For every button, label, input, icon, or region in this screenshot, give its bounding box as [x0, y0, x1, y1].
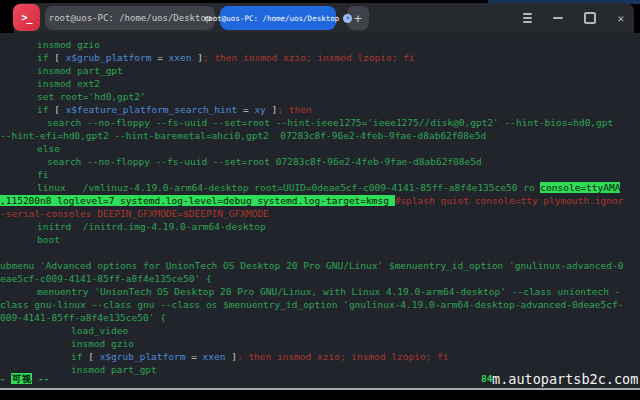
- terminal-line: class gnu-linux --class gnu --class os $…: [0, 298, 640, 311]
- terminal-line: insmod part_gpt: [0, 64, 640, 77]
- terminal-line: insmod gzio: [0, 38, 640, 51]
- tab-active[interactable]: root@uos-PC: /home/uos/Desktop ×: [220, 6, 336, 30]
- terminal-line: search --no-floppy --fs-uuid --set=root …: [0, 116, 640, 129]
- vim-ruler-fragment: 84: [481, 373, 492, 384]
- tab-bar: root@uos-PC: /home/uos/Desktop root@uos-…: [45, 3, 369, 33]
- terminal-line: menuentry 'UnionTech OS Desktop 20 Pro G…: [0, 285, 640, 298]
- tab-inactive-label: root@uos-PC: /home/uos/Desktop: [49, 13, 212, 23]
- terminal-line: if [ x$grub_platform = xxen ]; then insm…: [0, 350, 640, 363]
- window-bottom-edge: [0, 388, 640, 390]
- vim-mode-indicator: -- 可视 --: [0, 372, 49, 385]
- terminal-line: if [ x$grub_platform = xxen ]; then insm…: [0, 51, 640, 64]
- terminal-line: -serial-consoles DEEPIN_GFXMODE=$DEEPIN_…: [0, 207, 640, 220]
- terminal-line: eae5cf-c009-4141-85ff-a8f4e135ce50' {: [0, 272, 640, 285]
- terminal-line: ,115200n8 loglevel=7 systemd.log-level=d…: [0, 194, 640, 207]
- terminal-lines: insmod gzioif [ x$grub_platform = xxen ]…: [0, 33, 640, 376]
- titlebar: >_ root@uos-PC: /home/uos/Desktop root@u…: [14, 3, 634, 33]
- terminal-line: linux /vmlinuz-4.19.0-arm64-desktop root…: [0, 181, 640, 194]
- terminal-line: --hint-efi=hd0,gpt2 --hint-baremetal=ahc…: [0, 129, 640, 142]
- maximize-button[interactable]: [584, 12, 596, 24]
- tab-active-label: root@uos-PC: /home/uos/Desktop: [204, 14, 339, 23]
- terminal-line: initrd /initrd.img-4.19.0-arm64-desktop: [0, 220, 640, 233]
- minimize-button[interactable]: [553, 17, 563, 19]
- terminal-line: search --no-floppy --fs-uuid --set=root …: [0, 155, 640, 168]
- terminal-line: insmod ext2: [0, 77, 640, 90]
- terminal-line: boot: [0, 233, 640, 246]
- close-button[interactable]: ✕: [617, 13, 624, 24]
- window-controls: ✕: [523, 12, 634, 24]
- terminal-line: if [ x$feature_platform_search_hint = xy…: [0, 103, 640, 116]
- terminal-line: fi: [0, 168, 640, 181]
- terminal-app-icon: >_: [13, 4, 40, 31]
- tab-inactive[interactable]: root@uos-PC: /home/uos/Desktop: [45, 6, 215, 30]
- terminal-line: [0, 246, 640, 259]
- tab-close-icon[interactable]: ×: [343, 14, 352, 23]
- terminal-content[interactable]: insmod gzioif [ x$grub_platform = xxen ]…: [0, 33, 640, 388]
- watermark-text: m.autopartsb2c.com: [492, 371, 638, 387]
- terminal-line: insmod gzio: [0, 337, 640, 350]
- terminal-line: ubmenu 'Advanced options for UnionTech O…: [0, 259, 640, 272]
- vim-visual-mode-label: 可视: [11, 373, 32, 384]
- menu-icon[interactable]: [523, 13, 532, 23]
- terminal-line: set root='hd0,gpt2': [0, 90, 640, 103]
- screen: { "titlebar": { "app_icon_glyph": ">_", …: [0, 0, 640, 400]
- terminal-line: else: [0, 142, 640, 155]
- terminal-line: load_video: [0, 324, 640, 337]
- terminal-line: 009-4141-85ff-a8f4e135ce50' {: [0, 311, 640, 324]
